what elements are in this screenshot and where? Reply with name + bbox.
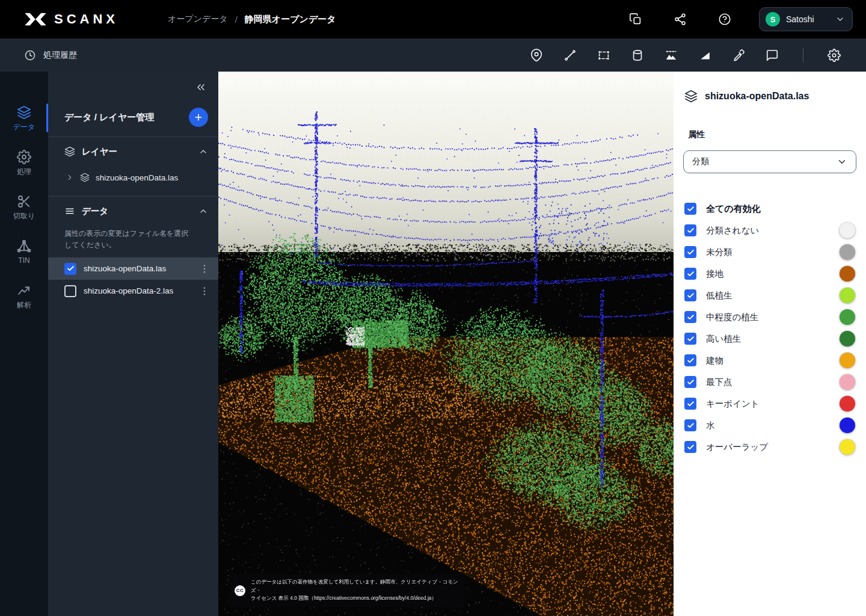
class-label: 低植生 — [706, 290, 732, 301]
file-name: shizuoka-openData-2.las — [84, 286, 192, 295]
file-row[interactable]: shizuoka-openData-2.las — [48, 280, 218, 302]
file-menu-button[interactable] — [199, 286, 210, 297]
share-button[interactable] — [674, 13, 687, 26]
breadcrumb-parent[interactable]: オープンデータ — [168, 14, 228, 25]
height-pick-icon — [732, 49, 745, 62]
area-measure-icon — [665, 49, 678, 62]
data-section-label: データ — [82, 206, 192, 217]
class-row: 分類されない — [683, 220, 856, 241]
data-section-hint: 属性の表示の変更はファイル名を選択してください。 — [48, 226, 218, 257]
settings-icon — [828, 49, 841, 62]
user-menu[interactable]: S Satoshi — [759, 7, 853, 31]
export-icon — [629, 13, 642, 26]
class-color-swatch — [840, 417, 855, 433]
class-checkbox[interactable] — [684, 289, 696, 301]
class-list: 全ての有効化 分類されない 未分類 接地 低植生 中程度の植生 高い植生 建物 — [683, 198, 856, 458]
sidebar-item-tin[interactable]: TIN — [0, 234, 48, 269]
class-checkbox[interactable] — [684, 354, 696, 366]
data-section-header[interactable]: データ — [48, 197, 218, 226]
sidebar-item-analysis[interactable]: 解析 — [0, 279, 48, 313]
enable-all-checkbox[interactable] — [684, 203, 696, 215]
height-pick-button[interactable] — [732, 49, 745, 62]
attribute-select-value: 分類 — [692, 156, 709, 167]
scissors-icon — [17, 194, 31, 209]
layer-panel: データ / レイヤー管理 レイヤー shizuoka-openData.las … — [48, 72, 218, 616]
add-data-button[interactable] — [189, 108, 208, 127]
attribute-select[interactable]: 分類 — [683, 150, 856, 173]
help-icon — [718, 13, 731, 26]
enable-all-row: 全ての有効化 — [683, 198, 856, 220]
class-checkbox[interactable] — [684, 246, 696, 258]
class-checkbox[interactable] — [684, 441, 696, 453]
class-row: 建物 — [683, 350, 856, 371]
app-logo[interactable]: SCANX — [24, 11, 118, 27]
class-checkbox[interactable] — [684, 224, 696, 236]
sidebar-item-process[interactable]: 処理 — [0, 145, 48, 180]
breadcrumb-current: 静岡県オープンデータ — [245, 14, 336, 25]
logo-text: SCANX — [54, 11, 118, 27]
layers-section-label: レイヤー — [82, 146, 192, 158]
line-measure-button[interactable] — [564, 49, 577, 62]
menu-icon — [64, 206, 75, 217]
class-row: 低植生 — [683, 285, 856, 306]
trend-icon — [17, 283, 31, 298]
sidebar-item-clip[interactable]: 切取り — [0, 189, 48, 224]
class-checkbox[interactable] — [684, 268, 696, 280]
class-color-swatch — [840, 309, 855, 325]
license-line2: ライセンス 表示 4.0 国際（https://creativecommons.… — [251, 594, 458, 603]
viewport: CC このデータは以下の著作物を改変して利用しています。静岡市、クリエイティブ・… — [218, 72, 674, 616]
file-menu-button[interactable] — [199, 263, 210, 274]
file-checkbox[interactable] — [64, 263, 76, 275]
slope-button[interactable] — [698, 49, 711, 62]
sidebar-rail: データ 処理 切取り TIN 解析 — [0, 72, 48, 616]
help-button[interactable] — [718, 13, 731, 26]
clip-box-button[interactable] — [631, 49, 644, 62]
class-checkbox[interactable] — [684, 419, 696, 431]
class-label: 中程度の植生 — [706, 312, 758, 323]
layer-tree-item[interactable]: shizuoka-openData.las — [48, 166, 218, 189]
sidebar-item-data[interactable]: データ — [0, 100, 48, 135]
location-button[interactable] — [530, 49, 543, 62]
point-cloud-canvas[interactable] — [218, 72, 674, 616]
kebab-icon — [199, 263, 210, 274]
file-row[interactable]: shizuoka-openData.las — [48, 257, 218, 280]
rail-label: データ — [13, 123, 35, 131]
class-row: 最下点 — [683, 371, 856, 393]
panel-title: データ / レイヤー管理 — [64, 112, 154, 123]
rect-select-button[interactable] — [597, 49, 610, 62]
comment-button[interactable] — [766, 49, 779, 62]
history-label: 処理履歴 — [43, 50, 77, 61]
class-color-swatch — [840, 244, 855, 260]
user-name: Satoshi — [786, 14, 829, 24]
location-icon — [530, 49, 543, 62]
class-checkbox[interactable] — [684, 376, 696, 388]
class-row: 高い植生 — [683, 328, 856, 350]
share-icon — [674, 13, 687, 26]
class-checkbox[interactable] — [684, 333, 696, 345]
clock-icon — [24, 49, 36, 61]
layers-section-header[interactable]: レイヤー — [48, 137, 218, 166]
settings-button[interactable] — [828, 49, 841, 62]
topbar-actions — [629, 13, 731, 26]
class-label: 未分類 — [706, 247, 732, 258]
class-color-swatch — [840, 331, 855, 346]
class-label: 高い植生 — [706, 333, 741, 345]
chevron-down-icon — [835, 14, 845, 24]
class-label: キーポイント — [706, 398, 760, 410]
class-checkbox[interactable] — [684, 398, 696, 410]
cc-icon: CC — [235, 585, 245, 596]
history-button[interactable]: 処理履歴 — [24, 49, 77, 61]
chevron-up-icon — [198, 147, 208, 156]
file-checkbox[interactable] — [64, 285, 76, 297]
collapse-panel-button[interactable] — [194, 81, 207, 94]
class-checkbox[interactable] — [684, 311, 696, 323]
area-measure-button[interactable] — [665, 49, 678, 62]
clip-box-icon — [631, 49, 644, 62]
attribute-label: 属性 — [683, 129, 856, 140]
attribute-panel: shizuoka-openData.las 属性 分類 全ての有効化 分類されな… — [674, 72, 866, 616]
export-button[interactable] — [629, 13, 642, 26]
class-label: オーバーラップ — [706, 442, 768, 453]
topbar: SCANX オープンデータ / 静岡県オープンデータ S Satoshi — [0, 0, 866, 38]
kebab-icon — [199, 286, 210, 297]
class-row: キーポイント — [683, 393, 856, 414]
